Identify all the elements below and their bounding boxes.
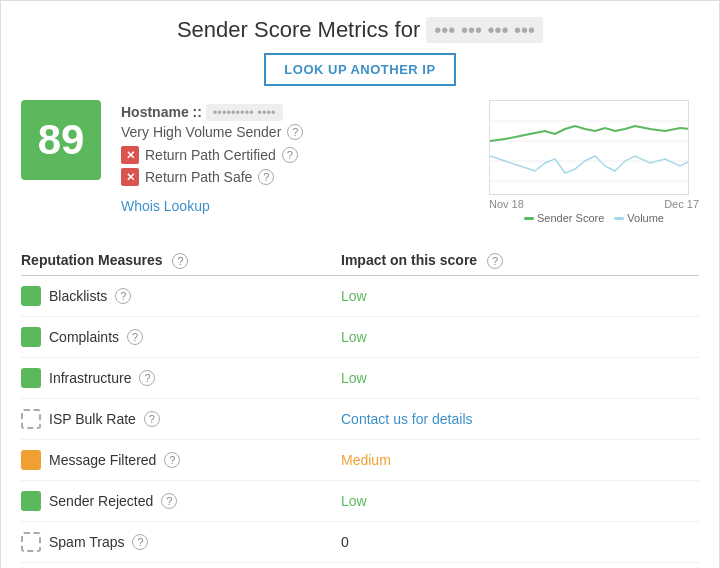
row-help-icon[interactable]: ? (164, 452, 180, 468)
impact-value: Medium (341, 452, 391, 468)
lookup-another-ip-button[interactable]: LOOK UP ANOTHER IP (264, 53, 455, 86)
table-row: Sender Rejected?Low (21, 481, 699, 522)
certified-icon: ✕ (121, 146, 139, 164)
header: Sender Score Metrics for ••• ••• ••• •••… (21, 17, 699, 86)
impact-cell: Low (341, 288, 699, 304)
table-row: Complaints?Low (21, 317, 699, 358)
impact-header: Impact on this score (341, 252, 477, 268)
status-indicator (21, 368, 41, 388)
row-help-icon[interactable]: ? (127, 329, 143, 345)
safe-label: Return Path Safe (145, 169, 252, 185)
impact-cell: 0 (341, 534, 699, 550)
rep-name: Infrastructure (49, 370, 131, 386)
safe-icon: ✕ (121, 168, 139, 186)
legend-sender-dot (524, 217, 534, 220)
contact-link[interactable]: Contact us for details (341, 411, 473, 427)
hostname-value: ••••••••• •••• (206, 104, 283, 121)
reputation-table: Reputation Measures ? Impact on this sco… (21, 244, 699, 568)
status-indicator (21, 327, 41, 347)
impact-cell: Low (341, 329, 699, 345)
chart-legend: Sender Score Volume (489, 212, 699, 224)
row-help-icon[interactable]: ? (115, 288, 131, 304)
impact-cell: Medium (341, 452, 699, 468)
table-row: Message Filtered?Medium (21, 440, 699, 481)
info-details: Hostname :: ••••••••• •••• Very High Vol… (121, 100, 469, 214)
rep-left-cell: Spam Traps? (21, 532, 341, 552)
status-indicator (21, 450, 41, 470)
rep-left-cell: Blacklists? (21, 286, 341, 306)
info-section: 89 Hostname :: ••••••••• •••• Very High … (21, 100, 699, 224)
impact-value: Low (341, 288, 367, 304)
rep-left-cell: ISP Bulk Rate? (21, 409, 341, 429)
ip-address: ••• ••• ••• ••• (426, 17, 543, 43)
table-row: ISP Bulk Rate?Contact us for details (21, 399, 699, 440)
impact-cell: Low (341, 370, 699, 386)
legend-volume-label: Volume (627, 212, 664, 224)
page-title: Sender Score Metrics for ••• ••• ••• ••• (21, 17, 699, 43)
impact-value: Low (341, 493, 367, 509)
row-help-icon[interactable]: ? (132, 534, 148, 550)
rep-help-icon[interactable]: ? (172, 253, 188, 269)
row-help-icon[interactable]: ? (144, 411, 160, 427)
legend-sender-label: Sender Score (537, 212, 604, 224)
page-container: Sender Score Metrics for ••• ••• ••• •••… (1, 1, 719, 568)
rep-left-cell: Complaints? (21, 327, 341, 347)
table-row: Spam Traps?0 (21, 522, 699, 563)
chart-area: Nov 18 Dec 17 Sender Score Volume (489, 100, 699, 224)
chart-container (489, 100, 689, 195)
status-indicator (21, 409, 41, 429)
sender-score-box: 89 (21, 100, 101, 180)
volume-help-icon[interactable]: ? (287, 124, 303, 140)
rep-name: Sender Rejected (49, 493, 153, 509)
impact-help-icon[interactable]: ? (487, 253, 503, 269)
chart-svg (490, 101, 689, 195)
certified-row: ✕ Return Path Certified ? (121, 146, 469, 164)
rep-name: Blacklists (49, 288, 107, 304)
legend-volume: Volume (614, 212, 664, 224)
score-value: 89 (38, 116, 85, 164)
table-row: Blacklists?Low (21, 276, 699, 317)
rep-name: ISP Bulk Rate (49, 411, 136, 427)
safe-help-icon[interactable]: ? (258, 169, 274, 185)
rep-left-cell: Message Filtered? (21, 450, 341, 470)
certified-help-icon[interactable]: ? (282, 147, 298, 163)
table-headers: Reputation Measures ? Impact on this sco… (21, 244, 699, 276)
hostname-row: Hostname :: ••••••••• •••• (121, 104, 469, 120)
table-row: Infrastructure?Low (21, 358, 699, 399)
impact-cell: Low (341, 493, 699, 509)
rep-left-cell: Sender Rejected? (21, 491, 341, 511)
chart-date-end: Dec 17 (664, 198, 699, 210)
impact-header-cell: Impact on this score ? (341, 252, 699, 269)
legend-volume-dot (614, 217, 624, 220)
reputation-header: Reputation Measures (21, 252, 163, 268)
status-indicator (21, 286, 41, 306)
rep-name: Complaints (49, 329, 119, 345)
hostname-label: Hostname :: (121, 104, 202, 120)
safe-row: ✕ Return Path Safe ? (121, 168, 469, 186)
rep-header-cell: Reputation Measures ? (21, 252, 341, 269)
legend-sender: Sender Score (524, 212, 604, 224)
rep-name: Message Filtered (49, 452, 156, 468)
reputation-rows: Blacklists?LowComplaints?LowInfrastructu… (21, 276, 699, 568)
status-indicator (21, 491, 41, 511)
impact-cell: Contact us for details (341, 411, 699, 427)
chart-date-start: Nov 18 (489, 198, 524, 210)
volume-row: Very High Volume Sender ? (121, 124, 469, 140)
chart-labels: Nov 18 Dec 17 (489, 198, 699, 210)
row-help-icon[interactable]: ? (139, 370, 155, 386)
rep-name: Spam Traps (49, 534, 124, 550)
status-indicator (21, 532, 41, 552)
whois-lookup-link[interactable]: Whois Lookup (121, 198, 210, 214)
table-row: Unknown Users?Low (21, 563, 699, 568)
certified-label: Return Path Certified (145, 147, 276, 163)
row-help-icon[interactable]: ? (161, 493, 177, 509)
impact-value: Low (341, 370, 367, 386)
impact-value: Low (341, 329, 367, 345)
impact-value: 0 (341, 534, 349, 550)
rep-left-cell: Infrastructure? (21, 368, 341, 388)
volume-label: Very High Volume Sender (121, 124, 281, 140)
